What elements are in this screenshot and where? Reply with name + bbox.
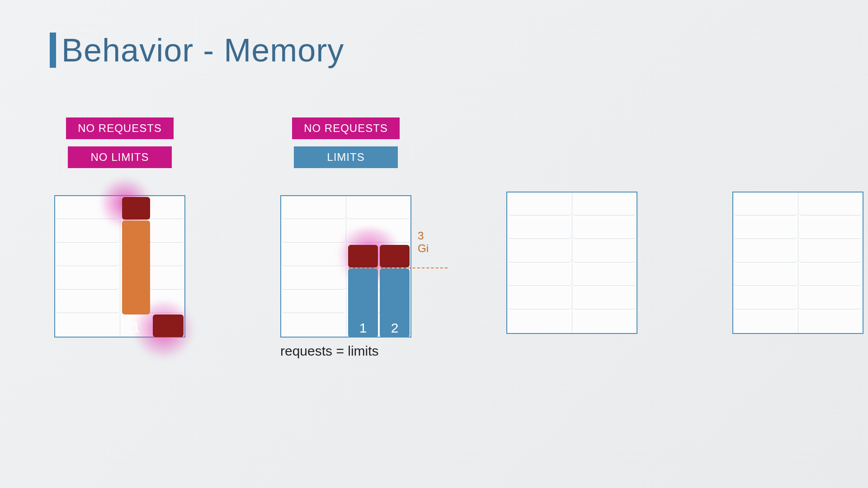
scenario-1-grid: 1 bbox=[54, 195, 185, 338]
badge-no-requests: NO REQUESTS bbox=[292, 117, 400, 139]
grid-cell bbox=[799, 240, 863, 263]
grid-cell bbox=[573, 216, 637, 239]
scenario-1: NO REQUESTS NO LIMITS bbox=[54, 117, 185, 338]
scenario-4-grid bbox=[732, 192, 863, 334]
grid-cell bbox=[121, 197, 184, 219]
grid-cell bbox=[508, 287, 571, 310]
grid-cell bbox=[734, 287, 797, 310]
grid-cell bbox=[799, 310, 863, 333]
grid-cell bbox=[282, 220, 345, 243]
scenario-3 bbox=[506, 117, 637, 338]
grid-cell bbox=[734, 310, 797, 333]
grid-cell bbox=[573, 263, 637, 286]
grid-cell bbox=[508, 216, 571, 239]
scenario-1-badges: NO REQUESTS NO LIMITS bbox=[66, 117, 174, 168]
grid-cell bbox=[121, 220, 184, 243]
grid-cell bbox=[347, 291, 410, 313]
scenario-2: NO REQUESTS LIMITS bbox=[280, 117, 411, 338]
grid-col-right bbox=[798, 192, 863, 333]
grid-cell bbox=[56, 197, 119, 219]
grid-col-right bbox=[572, 192, 637, 333]
scenario-4 bbox=[732, 117, 863, 338]
grid-cell bbox=[347, 244, 410, 266]
grid-cell bbox=[347, 267, 410, 290]
grid-col-right bbox=[120, 196, 185, 337]
limit-value-label: 3 Gi bbox=[418, 230, 429, 255]
grid-cell bbox=[282, 197, 345, 219]
scenario-2-badges: NO REQUESTS LIMITS bbox=[292, 117, 400, 168]
grid-cell bbox=[347, 220, 410, 243]
grid-cell bbox=[347, 197, 410, 219]
title-accent-bar bbox=[50, 33, 56, 68]
grid-cell bbox=[734, 263, 797, 286]
grid-cell bbox=[734, 193, 797, 216]
grid-col-left bbox=[507, 192, 572, 333]
grid-cell bbox=[282, 244, 345, 266]
grid-cell bbox=[56, 291, 119, 313]
grid-cell bbox=[121, 244, 184, 266]
grid-cell bbox=[56, 267, 119, 290]
grid-cell bbox=[56, 244, 119, 266]
badge-no-requests: NO REQUESTS bbox=[66, 117, 174, 139]
grid-col-left bbox=[55, 196, 120, 337]
badge-no-limits: NO LIMITS bbox=[68, 146, 172, 168]
grid-cell bbox=[573, 287, 637, 310]
title-text: Behavior - Memory bbox=[61, 32, 344, 69]
grid-cell bbox=[121, 291, 184, 313]
grid-cell bbox=[121, 314, 184, 336]
scenario-2-caption: requests = limits bbox=[280, 343, 379, 359]
badge-limits: LIMITS bbox=[294, 146, 398, 168]
grid-cell bbox=[799, 216, 863, 239]
grid-cell bbox=[508, 240, 571, 263]
grid-cell bbox=[573, 240, 637, 263]
grid-cell bbox=[56, 220, 119, 243]
grid-cell bbox=[734, 240, 797, 263]
scenario-3-grid bbox=[506, 192, 637, 334]
grid-cell bbox=[508, 263, 571, 286]
grid-cell bbox=[282, 267, 345, 290]
grid-cell bbox=[56, 314, 119, 336]
grid-cell bbox=[734, 216, 797, 239]
grid-cell bbox=[347, 314, 410, 336]
grid-cell bbox=[282, 291, 345, 313]
grid-cell bbox=[121, 267, 184, 290]
scenario-2-grid: 1 2 bbox=[280, 195, 411, 338]
grid-cell bbox=[799, 193, 863, 216]
grid-cell bbox=[573, 193, 637, 216]
grid-cell bbox=[508, 310, 571, 333]
grid-cell bbox=[282, 314, 345, 336]
grid-col-left bbox=[281, 196, 346, 337]
grid-col-left bbox=[733, 192, 798, 333]
grid-cell bbox=[573, 310, 637, 333]
scenarios-row: NO REQUESTS NO LIMITS bbox=[54, 117, 863, 338]
grid-cell bbox=[508, 193, 571, 216]
grid-cell bbox=[799, 287, 863, 310]
grid-cell bbox=[799, 263, 863, 286]
grid-col-right bbox=[346, 196, 411, 337]
slide-title: Behavior - Memory bbox=[50, 32, 344, 69]
